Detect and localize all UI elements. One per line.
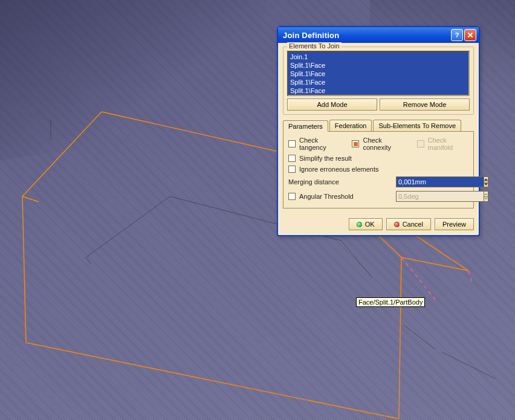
svg-line-3 xyxy=(404,325,435,349)
dialog-title: Join Definition xyxy=(283,31,450,40)
help-button[interactable]: ? xyxy=(451,29,463,41)
elements-listbox[interactable]: Join.1 Split.1\Face Split.1\Face Split.1… xyxy=(287,51,470,96)
simplify-checkbox[interactable] xyxy=(288,155,296,162)
group-label: Elements To Join xyxy=(287,42,342,50)
svg-line-5 xyxy=(468,271,473,284)
list-item[interactable]: Join.1 xyxy=(290,53,467,61)
list-item[interactable]: Split.1\Face xyxy=(290,86,467,95)
ok-button[interactable]: OK xyxy=(349,218,383,230)
close-button[interactable] xyxy=(464,29,476,41)
elements-to-join-group: Elements To Join Join.1 Split.1\Face Spl… xyxy=(283,47,474,115)
list-item[interactable]: Split.1\Face xyxy=(290,61,467,69)
remove-mode-button[interactable]: Remove Mode xyxy=(380,99,470,111)
check-tangency-label: Check tangency xyxy=(299,137,342,151)
tabstrip: Parameters Federation Sub-Elements To Re… xyxy=(283,120,474,131)
check-manifold-checkbox xyxy=(417,140,424,147)
spinner-up xyxy=(484,192,488,197)
list-item[interactable]: Split.1\Face xyxy=(290,78,467,86)
cancel-dot-icon xyxy=(394,222,400,227)
cancel-button[interactable]: Cancel xyxy=(386,218,431,230)
merging-distance-label: Merging distance xyxy=(288,178,396,186)
spinner-up[interactable] xyxy=(484,177,488,183)
tab-federation[interactable]: Federation xyxy=(329,120,372,131)
parameters-panel: Check tangency Check connexity Check man… xyxy=(283,131,474,208)
merging-distance-input-group xyxy=(396,176,468,187)
simplify-label: Simplify the result xyxy=(299,155,352,162)
check-connexity-checkbox[interactable] xyxy=(352,140,359,147)
check-manifold-label: Check manifold xyxy=(428,137,468,151)
merging-distance-input[interactable] xyxy=(396,176,484,187)
check-tangency-checkbox[interactable] xyxy=(288,140,296,147)
viewport-tooltip: Face/Split.1/PartBody xyxy=(356,297,425,307)
add-mode-button[interactable]: Add Mode xyxy=(287,99,377,111)
list-item[interactable]: Split.1\Face xyxy=(290,69,467,78)
merging-distance-spinner[interactable] xyxy=(484,176,488,187)
tab-subelements[interactable]: Sub-Elements To Remove xyxy=(373,120,461,131)
spinner-down xyxy=(484,197,488,202)
ignore-erroneous-checkbox[interactable] xyxy=(288,166,296,173)
angular-threshold-checkbox[interactable] xyxy=(288,193,296,200)
ignore-erroneous-label: Ignore erroneous elements xyxy=(299,166,378,173)
spinner-down[interactable] xyxy=(484,183,488,187)
angular-threshold-spinner xyxy=(484,191,488,202)
shadow xyxy=(0,0,266,167)
dialog-titlebar[interactable]: Join Definition ? xyxy=(278,27,479,43)
angular-threshold-input xyxy=(396,191,484,202)
dialog-footer: OK Cancel Preview xyxy=(278,213,479,235)
svg-line-0 xyxy=(22,196,39,202)
svg-line-2 xyxy=(441,352,496,379)
ok-dot-icon xyxy=(357,222,362,227)
check-connexity-label: Check connexity xyxy=(363,137,406,151)
preview-button[interactable]: Preview xyxy=(435,218,474,230)
svg-line-4 xyxy=(401,257,436,301)
join-definition-dialog: Join Definition ? Elements To Join Join.… xyxy=(277,26,480,236)
angular-threshold-input-group xyxy=(396,191,468,202)
angular-threshold-label: Angular Threshold xyxy=(299,193,396,200)
tab-parameters[interactable]: Parameters xyxy=(283,120,328,132)
